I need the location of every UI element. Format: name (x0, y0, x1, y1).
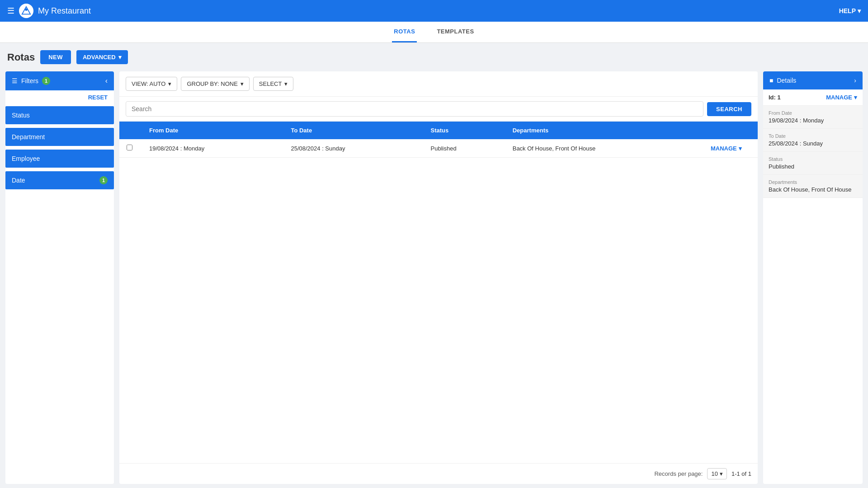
sidebar-collapse-icon[interactable]: ‹ (105, 77, 108, 85)
detail-departments-section: Departments Back Of House, Front Of Hous… (763, 175, 863, 198)
table-header: From Date To Date Status Departments (119, 122, 758, 139)
detail-manage-button[interactable]: MANAGE ▾ (826, 94, 857, 101)
data-table: From Date To Date Status Departments 19/… (119, 122, 758, 158)
details-icon: ■ (769, 77, 773, 84)
menu-icon[interactable]: ☰ (7, 6, 14, 16)
detail-status-label: Status (769, 156, 857, 162)
brand-logo (19, 4, 33, 18)
row-manage-cell: MANAGE ▾ (703, 139, 758, 158)
row-checkbox[interactable] (127, 145, 132, 150)
detail-to-date-label: To Date (769, 133, 857, 139)
select-dropdown[interactable]: SELECT ▾ (253, 77, 294, 91)
detail-to-date-section: To Date 25/08/2024 : Sunday (763, 129, 863, 152)
date-filter-badge: 1 (99, 176, 108, 184)
chevron-down-icon: ▾ (118, 54, 122, 61)
col-checkbox (119, 122, 142, 139)
help-button[interactable]: HELP ▾ (839, 7, 861, 14)
detail-status-value: Published (769, 163, 857, 170)
col-actions (703, 122, 758, 139)
advanced-button[interactable]: ADVANCED ▾ (76, 50, 128, 64)
detail-status-section: Status Published (763, 152, 863, 175)
right-panel-header: ■ Details › (763, 71, 863, 89)
chevron-down-icon: ▾ (854, 94, 857, 101)
nav-left: ☰ My Restaurant (7, 4, 91, 18)
chevron-down-icon: ▾ (241, 80, 244, 87)
detail-from-date-value: 19/08/2024 : Monday (769, 117, 857, 124)
right-panel-chevron-right[interactable]: › (854, 77, 856, 84)
page-header: Rotas NEW ADVANCED ▾ (0, 43, 868, 68)
row-to-date: 25/08/2024 : Sunday (283, 139, 423, 158)
view-dropdown[interactable]: VIEW: AUTO ▾ (126, 77, 177, 91)
filter-employee[interactable]: Employee (5, 150, 114, 168)
filter-icon: ☰ (12, 77, 18, 84)
col-from-date: From Date (142, 122, 283, 139)
filter-status[interactable]: Status (5, 106, 114, 124)
table-body: 19/08/2024 : Monday 25/08/2024 : Sunday … (119, 139, 758, 158)
sidebar-filter-badge: 1 (42, 77, 50, 85)
detail-to-date-value: 25/08/2024 : Sunday (769, 140, 857, 147)
col-status: Status (424, 122, 505, 139)
filter-date[interactable]: Date 1 (5, 171, 114, 189)
group-by-dropdown[interactable]: GROUP BY: NONE ▾ (181, 77, 249, 91)
tabs-bar: ROTAS TEMPLATES (0, 22, 868, 43)
main-layout: ☰ Filters 1 ‹ RESET Status Department Em… (0, 68, 868, 488)
sidebar-header: ☰ Filters 1 ‹ (5, 71, 114, 90)
page-title: Rotas (7, 52, 35, 63)
tab-rotas[interactable]: ROTAS (392, 22, 417, 42)
chevron-down-icon: ▾ (284, 80, 288, 87)
chevron-down-icon: ▾ (168, 80, 171, 87)
chevron-down-icon: ▾ (739, 145, 742, 152)
tab-templates[interactable]: TEMPLATES (435, 22, 476, 42)
per-page-select[interactable]: 10 ▾ (707, 468, 726, 479)
page-info: 1-1 of 1 (731, 470, 751, 477)
new-button[interactable]: NEW (40, 50, 71, 64)
detail-id: Id: 1 (769, 94, 781, 101)
detail-id-row: Id: 1 MANAGE ▾ (763, 89, 863, 106)
table-row: 19/08/2024 : Monday 25/08/2024 : Sunday … (119, 139, 758, 158)
sidebar-header-label: Filters (21, 77, 38, 84)
detail-from-date-section: From Date 19/08/2024 : Monday (763, 106, 863, 129)
col-to-date: To Date (283, 122, 423, 139)
col-departments: Departments (505, 122, 703, 139)
center-content: VIEW: AUTO ▾ GROUP BY: NONE ▾ SELECT ▾ S… (119, 71, 758, 484)
table-container: From Date To Date Status Departments 19/… (119, 122, 758, 463)
row-status: Published (424, 139, 505, 158)
search-input[interactable] (126, 101, 703, 117)
top-nav: ☰ My Restaurant HELP ▾ (0, 0, 868, 22)
filter-department[interactable]: Department (5, 128, 114, 146)
reset-button[interactable]: RESET (5, 90, 114, 104)
detail-departments-value: Back Of House, Front Of House (769, 186, 857, 193)
nav-right: HELP ▾ (839, 7, 861, 14)
row-manage-link[interactable]: MANAGE ▾ (711, 145, 750, 152)
pagination-row: Records per page: 10 ▾ 1-1 of 1 (119, 463, 758, 484)
chevron-down-icon: ▾ (720, 470, 723, 477)
toolbar: VIEW: AUTO ▾ GROUP BY: NONE ▾ SELECT ▾ (119, 71, 758, 97)
brand-name: My Restaurant (38, 6, 91, 16)
row-from-date: 19/08/2024 : Monday (142, 139, 283, 158)
row-checkbox-cell[interactable] (119, 139, 142, 158)
search-button[interactable]: SEARCH (707, 102, 751, 116)
row-departments: Back Of House, Front Of House (505, 139, 703, 158)
records-per-page-label: Records per page: (654, 470, 703, 477)
detail-from-date-label: From Date (769, 110, 857, 116)
sidebar: ☰ Filters 1 ‹ RESET Status Department Em… (5, 71, 114, 484)
svg-point-1 (25, 9, 28, 11)
search-row: SEARCH (119, 97, 758, 122)
chevron-down-icon: ▾ (858, 7, 861, 14)
details-header-label: Details (777, 77, 796, 84)
detail-departments-label: Departments (769, 179, 857, 185)
right-panel: ■ Details › Id: 1 MANAGE ▾ From Date 19/… (763, 71, 863, 484)
